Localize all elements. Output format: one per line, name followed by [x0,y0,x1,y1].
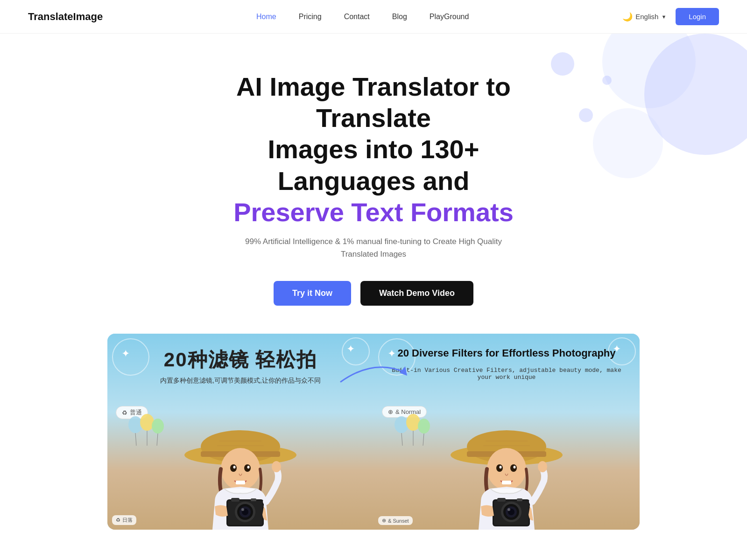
svg-point-6 [230,464,237,472]
right-sub-en: Built-in Various Creative Filters, adjus… [383,367,630,381]
svg-point-34 [496,464,503,472]
svg-point-51 [418,419,430,434]
nav-pricing[interactable]: Pricing [299,13,322,21]
left-title-zh: 20种滤镜 轻松拍 [164,347,317,373]
right-title-en: 20 Diverse Filters for Effortless Photog… [397,347,615,360]
svg-line-52 [402,433,402,446]
bg-circle-2 [602,34,696,108]
headline-line2: Images into 130+ Languages and [268,134,479,195]
nav-home[interactable]: Home [256,13,276,21]
nav-playground[interactable]: PlayGround [430,13,469,21]
moon-icon: 🌙 [622,12,633,22]
svg-point-8 [233,466,236,469]
login-button[interactable]: Login [676,8,719,25]
svg-point-49 [395,416,409,433]
demo-wrapper: ✦ ✦ 20种滤镜 轻松拍 内置多种创意滤镜,可调节美颜模式,让你的作品与众不同… [107,334,640,530]
svg-rect-46 [497,498,506,502]
svg-rect-18 [231,498,240,502]
svg-point-36 [500,466,502,469]
svg-point-21 [128,416,142,433]
demo-right-panel: ✦ ✦ 20 Diverse Filters for Effortless Ph… [374,334,640,530]
chevron-down-icon: ▼ [661,14,666,20]
bg-circle-1 [644,34,747,155]
svg-line-24 [135,433,136,446]
svg-point-48 [538,461,547,472]
balloons-right [388,413,434,452]
svg-line-54 [423,434,424,446]
bg-circle-small-1 [551,52,574,76]
navbar: TranslateImage Home Pricing Contact Blog… [0,0,747,34]
nav-contact[interactable]: Contact [344,13,370,21]
bg-circle-small-3 [602,76,612,85]
headline-line1: AI Image Translator to Translate [236,72,511,133]
left-photo-grid: ♻日落 [112,515,136,525]
watch-demo-button[interactable]: Watch Demo Video [360,281,473,306]
svg-rect-19 [251,498,256,501]
right-photo-grid: ⊕& Sunset [378,516,413,525]
hero-headline: AI Image Translator to Translate Images … [198,71,549,228]
hero-subtext: 99% Artificial Intelligence & 1% manual … [229,235,518,260]
logo[interactable]: TranslateImage [28,11,103,23]
svg-point-23 [152,419,164,434]
nav-blog[interactable]: Blog [392,13,407,21]
language-selector[interactable]: 🌙 English ▼ [622,12,666,22]
language-label: English [635,13,658,21]
balloons-left [121,413,168,452]
svg-point-20 [272,461,281,472]
svg-rect-47 [517,498,522,501]
svg-point-17 [241,508,244,511]
svg-point-7 [244,464,251,472]
svg-point-22 [140,414,154,431]
try-now-button[interactable]: Try it Now [274,281,351,306]
svg-rect-10 [236,481,245,484]
headline-purple: Preserve Text Formats [233,197,514,227]
svg-rect-38 [502,481,511,484]
hero-section: AI Image Translator to Translate Images … [0,34,747,558]
hero-buttons: Try it Now Watch Demo Video [9,281,738,306]
translation-arrow [336,356,411,389]
nav-links: Home Pricing Contact Blog PlayGround [256,13,469,21]
demo-section: ✦ ✦ 20种滤镜 轻松拍 内置多种创意滤镜,可调节美颜模式,让你的作品与众不同… [98,334,649,530]
svg-point-50 [406,414,420,431]
svg-point-9 [247,466,250,469]
nav-right: 🌙 English ▼ Login [622,8,719,25]
bg-decoration [579,34,747,211]
bg-circle-3 [593,108,663,178]
svg-point-45 [507,508,510,511]
demo-left-panel: ✦ ✦ 20种滤镜 轻松拍 内置多种创意滤镜,可调节美颜模式,让你的作品与众不同… [107,334,374,530]
svg-line-26 [157,434,158,446]
bg-circle-small-2 [579,108,593,122]
svg-point-35 [510,464,517,472]
left-sub-zh: 内置多种创意滤镜,可调节美颜模式,让你的作品与众不同 [160,377,321,385]
svg-point-37 [514,466,516,469]
